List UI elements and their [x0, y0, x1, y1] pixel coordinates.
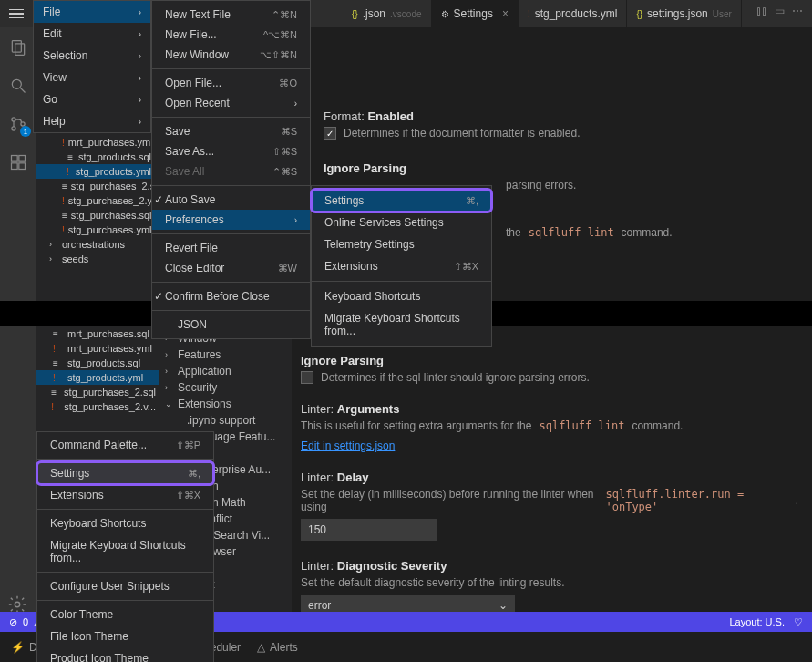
tree-item[interactable]: !mrt_purchases.yml: [36, 135, 155, 150]
tree-item[interactable]: !stg_purchases_2.yml: [36, 193, 155, 208]
submenu-item[interactable]: Preferences›: [152, 210, 310, 230]
submenu-item[interactable]: New Window⌥⇧⌘N: [152, 45, 310, 65]
settings-tree-item[interactable]: ›Security: [159, 379, 292, 396]
tree-item[interactable]: !stg_products.yml: [36, 164, 155, 179]
prefs-item[interactable]: Online Services Settings: [312, 212, 491, 233]
tab[interactable]: !stg_products.yml: [519, 0, 627, 27]
settings-tree-item[interactable]: ›Features: [159, 347, 292, 363]
context-menu-item[interactable]: Extensions⇧⌘X: [37, 484, 213, 506]
source-control-icon[interactable]: 1: [7, 113, 29, 135]
context-menu-item[interactable]: Configure User Snippets: [37, 575, 213, 597]
file-icon: ≡: [67, 152, 75, 162]
submenu-item[interactable]: Revert File: [152, 238, 310, 258]
submenu-item[interactable]: Save As...⇧⌘S: [152, 141, 310, 161]
file-icon: ≡: [53, 329, 64, 339]
tree-item[interactable]: !stg_purchases.yml: [36, 222, 155, 237]
alert-icon: △: [257, 641, 265, 654]
ignore-parsing-checkbox[interactable]: [301, 371, 313, 384]
prefs-item[interactable]: Settings⌘,: [312, 190, 491, 212]
tree-item[interactable]: ≡stg_purchases.sql: [36, 208, 155, 222]
submenu-item[interactable]: New File...^⌥⌘N: [152, 25, 310, 45]
split-editor-icon[interactable]: ⫿⫿: [756, 5, 767, 17]
chevron-right-icon: ›: [294, 98, 297, 109]
context-menu-item[interactable]: Keyboard Shortcuts: [37, 512, 213, 534]
chevron-icon: ›: [165, 350, 174, 359]
source-control-badge: 1: [20, 126, 31, 137]
file-icon: ≡: [53, 358, 64, 368]
chevron-icon: ›: [165, 383, 174, 392]
submenu-item[interactable]: ✓Confirm Before Close: [152, 286, 310, 306]
settings-tree-item[interactable]: .ipynb support: [159, 412, 292, 429]
prefs-item[interactable]: Telemetry Settings: [312, 233, 491, 255]
prefs-item[interactable]: Extensions⇧⌘X: [312, 255, 491, 277]
file-icon: !: [62, 225, 65, 235]
chevron-icon: ›: [49, 240, 58, 249]
context-menu-item[interactable]: Migrate Keyboard Shortcuts from...: [37, 534, 213, 569]
file-icon: ≡: [62, 181, 67, 191]
submenu-item[interactable]: JSON: [152, 315, 310, 335]
explorer-icon[interactable]: [7, 36, 29, 58]
tab[interactable]: ⚙Settings×: [432, 0, 519, 27]
prefs-item[interactable]: Keyboard Shortcuts: [312, 285, 491, 307]
file-icon: ≡: [51, 388, 60, 398]
errors-icon[interactable]: ⊘: [9, 616, 17, 628]
menu-item-file[interactable]: File›: [34, 1, 150, 23]
context-menu-item[interactable]: Command Palette...⇧⌘P: [37, 434, 213, 456]
context-menu-item[interactable]: Settings⌘,: [37, 462, 213, 484]
layout-status[interactable]: Layout: U.S.: [729, 616, 785, 627]
close-icon[interactable]: ×: [502, 7, 509, 20]
menu-item-selection[interactable]: Selection›: [34, 45, 150, 67]
prefs-item[interactable]: Migrate Keyboard Shortcuts from...: [312, 307, 491, 342]
chevron-right-icon: ›: [139, 117, 141, 127]
tab[interactable]: {}.json.vscode: [343, 0, 432, 27]
more-icon[interactable]: ⋯: [792, 5, 803, 17]
submenu-item[interactable]: Open Recent›: [152, 93, 310, 113]
settings-tree-item[interactable]: ›Application: [159, 363, 292, 379]
check-icon: ✓: [154, 193, 163, 206]
svg-rect-0: [12, 41, 21, 53]
submenu-item[interactable]: Save⌘S: [152, 121, 310, 141]
tree-item[interactable]: ›seeds: [36, 252, 155, 266]
hamburger-menu[interactable]: [0, 0, 33, 27]
tree-item[interactable]: ≡stg_products.sql: [36, 150, 155, 164]
extensions-icon[interactable]: [7, 151, 29, 173]
context-menu-item[interactable]: Product Icon Theme: [37, 647, 213, 662]
tree-item[interactable]: ≡stg_products.sql: [36, 356, 159, 370]
tree-item[interactable]: ≡stg_purchases_2.sql: [36, 385, 159, 399]
submenu-item[interactable]: New Text File⌃⌘N: [152, 5, 310, 25]
submenu-item[interactable]: Close Editor⌘W: [152, 258, 310, 278]
settings-tree-item[interactable]: ⌄Extensions: [159, 396, 292, 412]
tree-item[interactable]: ≡stg_purchases_2.sql: [36, 179, 155, 193]
menu-item-edit[interactable]: Edit›: [34, 23, 150, 45]
submenu-item[interactable]: ✓Auto Save: [152, 190, 310, 210]
bell-icon[interactable]: ♡: [794, 616, 803, 628]
tree-item[interactable]: !stg_products.yml: [36, 370, 159, 385]
tab[interactable]: {}settings.jsonUser: [627, 0, 742, 27]
menu-item-go[interactable]: Go›: [34, 88, 150, 110]
svg-point-2: [12, 79, 21, 88]
alerts-action[interactable]: △ Alerts: [257, 641, 298, 654]
svg-point-5: [12, 127, 15, 130]
menu-item-help[interactable]: Help›: [34, 110, 150, 132]
submenu-item[interactable]: Open File...⌘O: [152, 73, 310, 93]
chevron-down-icon: ⌄: [499, 599, 508, 612]
format-enabled-checkbox[interactable]: [324, 127, 336, 140]
tree-item[interactable]: !mrt_purchases.yml: [36, 341, 159, 356]
submenu-item[interactable]: Save All⌃⌘S: [152, 161, 310, 181]
tab-icon: !: [528, 9, 530, 19]
file-icon: ≡: [62, 211, 67, 221]
tree-item[interactable]: !stg_purchases_2.v...: [36, 399, 159, 414]
setting-linter-delay: Linter: Delay Set the delay (in millisec…: [301, 471, 798, 541]
layout-icon[interactable]: ▭: [775, 5, 785, 17]
chevron-icon: ›: [49, 254, 58, 264]
tree-item[interactable]: ›orchestrations: [36, 237, 155, 252]
menu-item-view[interactable]: View›: [34, 67, 150, 88]
svg-rect-9: [12, 163, 18, 170]
context-menu-item[interactable]: Color Theme: [37, 604, 213, 626]
tree-item[interactable]: ≡mrt_purchases.sql: [36, 326, 159, 341]
file-icon: !: [53, 344, 64, 354]
edit-in-settings-json-link[interactable]: Edit in settings.json: [301, 440, 395, 452]
linter-delay-input[interactable]: [301, 519, 437, 541]
context-menu-item[interactable]: File Icon Theme: [37, 626, 213, 647]
search-icon[interactable]: [7, 75, 29, 97]
